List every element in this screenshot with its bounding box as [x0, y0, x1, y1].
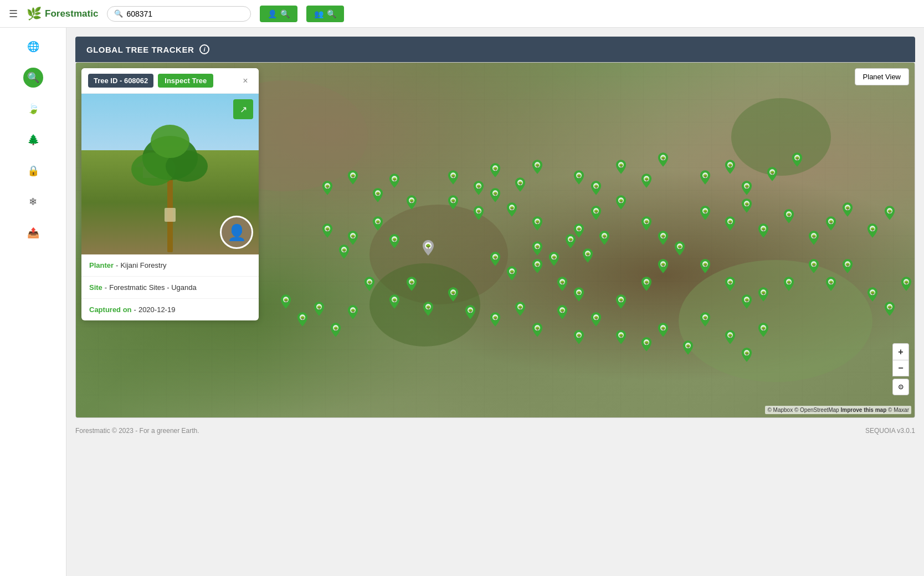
sidebar-item-share[interactable]: 📤: [23, 223, 43, 243]
tree-marker[interactable]: 🌳: [532, 160, 543, 176]
tree-marker[interactable]: 🌳: [758, 223, 769, 240]
tree-marker[interactable]: 🌳: [842, 259, 853, 276]
tree-marker[interactable]: 🌳: [591, 206, 602, 222]
sidebar-item-tree[interactable]: 🌲: [23, 130, 43, 150]
tree-marker[interactable]: 🌳: [506, 266, 517, 283]
tree-marker[interactable]: 🌳: [700, 312, 711, 329]
reset-bearing-button[interactable]: ⊙: [892, 379, 909, 395]
search-input[interactable]: [126, 9, 237, 18]
tree-marker[interactable]: 🌳: [700, 259, 711, 276]
tree-marker[interactable]: 🌳: [322, 223, 333, 240]
sidebar-item-leaf[interactable]: 🍃: [23, 99, 43, 119]
tree-marker[interactable]: 🌳: [591, 312, 602, 329]
tree-marker[interactable]: 🌳: [372, 216, 383, 233]
tree-marker[interactable]: 🌳: [901, 277, 912, 293]
tree-marker[interactable]: 🌳: [532, 323, 543, 339]
info-icon[interactable]: i: [199, 44, 209, 54]
tree-marker[interactable]: 🌳: [615, 195, 627, 212]
tree-marker[interactable]: 🌳: [338, 244, 350, 261]
tree-marker[interactable]: 🌳: [347, 305, 358, 322]
tree-marker[interactable]: 🌳: [557, 277, 568, 293]
inspect-tree-button[interactable]: Inspect Tree: [158, 74, 213, 88]
zoom-in-button[interactable]: +: [892, 343, 909, 360]
tree-marker[interactable]: 🌳: [297, 312, 308, 329]
tree-marker[interactable]: 🌳: [808, 231, 819, 247]
tree-marker[interactable]: 🌳: [700, 170, 711, 187]
tree-marker[interactable]: 🌳: [725, 330, 736, 346]
tree-marker[interactable]: 🌳: [674, 241, 685, 258]
tree-marker[interactable]: 🌳: [532, 259, 543, 276]
tree-marker[interactable]: 🌳: [448, 195, 459, 212]
tree-marker[interactable]: 🌳: [884, 206, 895, 222]
tree-marker[interactable]: 🌳: [792, 152, 803, 169]
tree-marker[interactable]: 🌳: [658, 323, 669, 339]
tree-marker[interactable]: 🌳: [314, 302, 325, 318]
tree-marker[interactable]: 🌳: [658, 231, 669, 247]
tree-marker[interactable]: 🌳: [825, 216, 836, 233]
tree-marker[interactable]: 🌳: [473, 206, 484, 222]
tree-marker[interactable]: 🌳: [741, 294, 752, 311]
tree-marker[interactable]: 🌳: [599, 231, 610, 247]
tree-marker[interactable]: 🌳: [490, 312, 501, 329]
tree-marker[interactable]: 🌳: [700, 206, 711, 222]
tree-marker[interactable]: 🌳: [884, 302, 895, 318]
tree-marker[interactable]: 🌳: [767, 167, 778, 183]
tree-marker[interactable]: 🌳: [867, 223, 878, 240]
tree-marker[interactable]: 🌳: [725, 160, 736, 176]
tree-marker[interactable]: 🌳: [490, 163, 501, 180]
tree-marker[interactable]: 🌳: [565, 234, 576, 251]
close-panel-button[interactable]: ×: [239, 74, 252, 88]
hamburger-menu[interactable]: ☰: [9, 8, 18, 20]
tree-marker[interactable]: 🌳: [548, 252, 559, 268]
tree-marker[interactable]: 🌳: [532, 241, 543, 258]
tree-marker[interactable]: 🌳: [758, 323, 769, 339]
search-user-button[interactable]: 👥 🔍: [306, 6, 344, 22]
tree-marker[interactable]: 🌳: [406, 195, 417, 212]
map-wrapper[interactable]: 🌳 🌳 // Will be render: [76, 63, 915, 417]
tree-marker[interactable]: 🌳: [347, 170, 358, 187]
tree-marker[interactable]: 🌳: [658, 259, 669, 276]
tree-marker[interactable]: 🌳: [490, 252, 501, 268]
sidebar-item-search[interactable]: 🔍: [23, 68, 43, 88]
tree-marker[interactable]: 🌳: [330, 323, 341, 339]
tree-marker[interactable]: 🌳: [641, 174, 652, 190]
tree-marker[interactable]: 🌳: [641, 216, 652, 233]
tree-marker[interactable]: 🌳: [582, 248, 593, 265]
tree-marker[interactable]: 🌳: [490, 188, 501, 205]
selected-tree-marker[interactable]: 🌳: [422, 240, 434, 258]
tree-marker[interactable]: 🌳: [573, 287, 584, 304]
tree-marker[interactable]: 🌳: [682, 340, 694, 357]
tree-marker[interactable]: 🌳: [372, 188, 383, 205]
tree-marker[interactable]: 🌳: [825, 277, 836, 293]
tree-marker[interactable]: 🌳: [465, 305, 476, 322]
tree-marker[interactable]: 🌳: [783, 209, 794, 226]
tree-marker[interactable]: 🌳: [473, 181, 484, 197]
tree-marker[interactable]: 🌳: [448, 170, 459, 187]
tree-marker[interactable]: 🌳: [406, 277, 417, 293]
tree-marker[interactable]: 🌳: [783, 277, 794, 293]
tree-marker[interactable]: 🌳: [615, 294, 627, 311]
tree-marker[interactable]: 🌳: [322, 181, 333, 197]
tree-marker[interactable]: 🌳: [615, 160, 627, 176]
tree-marker[interactable]: 🌳: [515, 302, 526, 318]
tree-marker[interactable]: 🌳: [389, 294, 400, 311]
tree-marker[interactable]: 🌳: [615, 330, 627, 346]
sidebar-item-lock[interactable]: 🔒: [23, 161, 43, 181]
sidebar-item-globe[interactable]: 🌐: [23, 37, 43, 57]
tree-marker[interactable]: 🌳: [573, 170, 584, 187]
tree-marker[interactable]: 🌳: [532, 216, 543, 233]
tree-marker[interactable]: 🌳: [364, 277, 375, 293]
tree-marker[interactable]: 🌳: [842, 202, 853, 219]
tree-marker[interactable]: 🌳: [758, 287, 769, 304]
zoom-out-button[interactable]: −: [892, 360, 909, 376]
tree-marker[interactable]: 🌳: [808, 259, 819, 276]
share-image-button[interactable]: ↗: [233, 99, 253, 119]
tree-marker[interactable]: 🌳: [515, 177, 526, 194]
tree-marker[interactable]: 🌳: [741, 198, 752, 215]
sidebar-item-root[interactable]: ❄: [23, 192, 43, 212]
tree-marker[interactable]: 🌳: [423, 302, 434, 318]
tree-marker[interactable]: 🌳: [506, 202, 517, 219]
tree-marker[interactable]: 🌳: [641, 337, 652, 354]
tree-marker[interactable]: 🌳: [280, 294, 291, 311]
tree-marker[interactable]: 🌳: [591, 181, 602, 197]
